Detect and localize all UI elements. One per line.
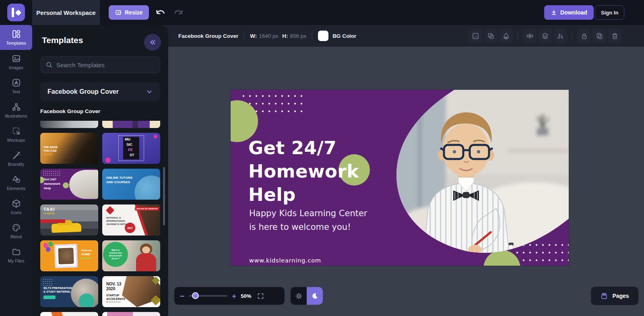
- blur-icon[interactable]: [499, 29, 513, 43]
- sidebar-item-icons[interactable]: Icons: [0, 195, 32, 219]
- width-value[interactable]: 1640 px: [259, 33, 278, 39]
- brandify-icon: [12, 151, 21, 160]
- top-bar: Personal Workspace Resize Download Sign …: [0, 0, 644, 25]
- chevrons-left-icon: [149, 38, 157, 46]
- template-thumb-transport[interactable]: LAND AND AIR TRANSPORT NATIONAL & INTERN…: [102, 204, 160, 235]
- template-thumb-startup[interactable]: NOV. 13 2020 STARTUP ACCELERATE W O R K …: [102, 276, 160, 307]
- panel-scrollbar[interactable]: [163, 167, 165, 225]
- red-banner: [40, 219, 65, 223]
- zoom-slider[interactable]: [189, 295, 227, 297]
- lock-icon[interactable]: [577, 29, 591, 43]
- transport-pill: LAND AND AIR TRANSPORT: [135, 207, 159, 211]
- globe-graphic: [134, 176, 160, 200]
- zoom-slider-thumb[interactable]: [192, 292, 199, 299]
- sidebar-item-mockups[interactable]: Mockups: [0, 122, 32, 147]
- sidebar-item-blend[interactable]: Blend: [0, 219, 32, 243]
- pet-photo: [58, 248, 74, 264]
- sidebar-label: Templates: [6, 41, 26, 45]
- template-thumb-homework[interactable]: Get 24/7 Homework Help: [40, 169, 98, 200]
- workspace-tab[interactable]: Personal Workspace: [32, 0, 100, 25]
- collapse-panel-button[interactable]: [144, 34, 161, 51]
- height-value[interactable]: 856 px: [290, 33, 307, 39]
- blend-icon: [12, 223, 21, 232]
- chevron-down-icon: [146, 88, 153, 95]
- delete-icon[interactable]: [608, 29, 621, 43]
- pages-button[interactable]: Pages: [591, 287, 638, 305]
- section-label: Facebook Group Cover: [40, 108, 100, 114]
- bg-color-swatch[interactable]: [318, 31, 328, 41]
- divider: [518, 31, 518, 40]
- template-grid: THE BASE YOU CAN TRUST MU SIC FE ST Get …: [40, 121, 160, 316]
- template-thumb-online-tutors[interactable]: ONLINE TUTORS AND COURSES: [102, 169, 160, 200]
- template-thumb-sat-score[interactable]: Want to Achieve the Desired SAT Score ?: [102, 240, 160, 271]
- template-thumb-construction[interactable]: THE BASE YOU CAN TRUST: [40, 133, 98, 164]
- zoom-bar: − + 50%: [174, 287, 285, 305]
- zoom-value: 50%: [241, 293, 251, 299]
- sidebar-item-elements[interactable]: Elements: [0, 171, 32, 195]
- sidebar-item-text[interactable]: Text: [0, 74, 32, 98]
- sidebar-item-illustrations[interactable]: Illustrations: [0, 98, 32, 122]
- template-thumb-partial[interactable]: [40, 312, 98, 316]
- teal-circle: [79, 293, 94, 307]
- align-icon[interactable]: [523, 29, 537, 43]
- shirt: [136, 253, 156, 271]
- sidebar-item-images[interactable]: Images: [0, 50, 32, 74]
- sidebar-item-brandify[interactable]: Brandify: [0, 147, 32, 171]
- zoom-in-button[interactable]: +: [232, 292, 236, 300]
- divider: [312, 31, 312, 40]
- category-dropdown[interactable]: Facebook Group Cover: [40, 82, 160, 101]
- sidebar-label: Blend: [10, 234, 22, 239]
- app-logo[interactable]: [7, 4, 25, 21]
- layers-icon[interactable]: [538, 29, 552, 43]
- dark-mode-button[interactable]: [307, 287, 323, 305]
- download-icon: [551, 9, 557, 16]
- resize-icon: [115, 9, 122, 16]
- template-thumb-ielts[interactable]: IELTS PREPARATION & STUDY MATERIAL: [40, 276, 98, 307]
- moon-icon: [311, 292, 318, 299]
- sidebar-item-my-files[interactable]: My Files: [0, 243, 32, 267]
- mockups-icon: [12, 126, 21, 136]
- template-thumb-partial[interactable]: [102, 312, 160, 316]
- canvas-toolbar-icons: [469, 25, 621, 47]
- search-icon: [45, 61, 53, 68]
- sidebar-label: Images: [9, 65, 23, 70]
- divider: [244, 31, 244, 40]
- teal-pill: [43, 295, 56, 299]
- position-icon[interactable]: [469, 29, 482, 43]
- face: [142, 246, 150, 254]
- duplicate-icon[interactable]: [592, 29, 606, 43]
- zoom-out-button[interactable]: −: [180, 292, 184, 300]
- search-input[interactable]: [56, 62, 155, 68]
- design-subtitle[interactable]: Happy Kids Learning Center is here to we…: [249, 207, 367, 234]
- search-box: [40, 56, 160, 73]
- support-badge: 24/7: [125, 223, 135, 233]
- panel-title: Templates: [42, 35, 83, 45]
- text-icon: [12, 78, 21, 87]
- sidebar-label: Icons: [11, 210, 21, 215]
- icons-icon: [12, 199, 21, 208]
- workspace-label: Personal Workspace: [36, 9, 95, 16]
- resize-button[interactable]: Resize: [109, 5, 149, 20]
- fullscreen-icon[interactable]: [257, 293, 264, 299]
- design-canvas[interactable]: Get 24/7 Homework Help Happy Kids Learni…: [231, 90, 569, 266]
- design-website[interactable]: www.kidslearning.com: [249, 257, 321, 264]
- flip-icon[interactable]: [553, 29, 567, 43]
- template-thumb-taxi[interactable]: TAXI 24 HOURS: [40, 204, 98, 235]
- sign-in-button[interactable]: Sign In: [595, 5, 624, 20]
- template-thumb-welcome-home[interactable]: Welcome HOME Charlie: [40, 240, 98, 271]
- group-icon[interactable]: [484, 29, 497, 43]
- template-thumb-music-fest[interactable]: MU SIC FE ST: [102, 133, 160, 164]
- sidebar-item-templates[interactable]: Templates: [0, 25, 32, 50]
- design-heading[interactable]: Get 24/7 Homework Help: [248, 136, 359, 207]
- left-sidebar: Templates Images Text Illustrations Mock…: [0, 25, 32, 316]
- template-thumb-partial[interactable]: [40, 121, 98, 128]
- undo-icon[interactable]: [155, 7, 165, 18]
- template-thumb-partial[interactable]: [102, 121, 160, 128]
- canvas-toolbar: Facebook Group Cover W: 1640 px H: 856 p…: [168, 25, 644, 47]
- light-mode-button[interactable]: [291, 287, 307, 305]
- redo-icon[interactable]: [174, 7, 184, 18]
- width-label: W:: [250, 33, 257, 39]
- height-label: H:: [282, 33, 288, 39]
- sign-in-label: Sign In: [601, 10, 618, 16]
- download-button[interactable]: Download: [544, 5, 594, 20]
